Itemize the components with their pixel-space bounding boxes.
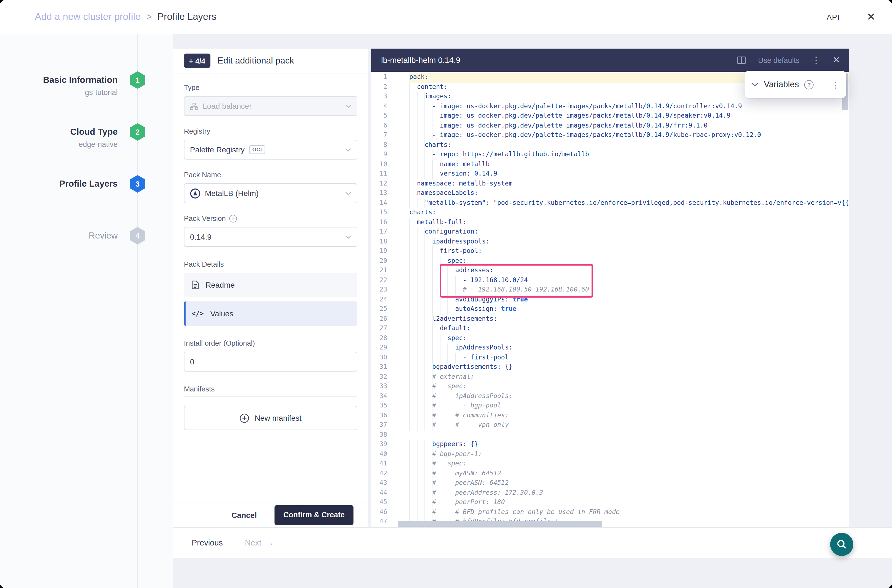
editor-body: 1234567891011121314151617181920212223242… <box>371 72 849 527</box>
code-line[interactable]: # # BFD profiles can only be used in FRR… <box>409 508 849 518</box>
api-link[interactable]: API <box>827 12 839 21</box>
code-line[interactable]: l2advertisements: <box>409 314 849 324</box>
app-window: Add a new cluster profile > Profile Laye… <box>0 0 892 588</box>
previous-button[interactable]: Previous <box>188 538 226 548</box>
metallb-icon <box>190 188 200 198</box>
code-line[interactable]: charts: <box>409 208 849 218</box>
code-line[interactable]: - image: us-docker.pkg.dev/palette-image… <box>409 111 849 121</box>
code-line[interactable]: # myASN: 64512 <box>409 469 849 478</box>
kebab-menu-icon[interactable]: ⋮ <box>831 80 839 88</box>
help-search-button[interactable] <box>830 533 853 556</box>
pack-name-select[interactable]: MetalLB (Helm) <box>184 183 357 203</box>
confirm-create-button[interactable]: Confirm & Create <box>275 505 353 525</box>
code-line[interactable]: # spec: <box>409 382 849 392</box>
line-number: 42 <box>371 469 409 478</box>
code-line[interactable]: configuration: <box>409 228 849 237</box>
registry-value: Palette Registry <box>190 145 245 154</box>
code-line[interactable]: # ipAddressPools: <box>409 392 849 401</box>
chevron-down-icon[interactable] <box>751 82 758 87</box>
code-line[interactable]: addresses: <box>409 266 849 276</box>
next-label: Next <box>245 538 261 547</box>
line-number: 3 <box>371 92 409 102</box>
step-badge-2: 2 <box>129 123 146 141</box>
line-number: 23 <box>371 285 409 295</box>
pack-panel-header: + 4/4 Edit additional pack <box>173 49 368 74</box>
line-number: 21 <box>371 266 409 276</box>
info-icon[interactable]: i <box>229 214 237 222</box>
new-manifest-button[interactable]: New manifest <box>184 406 357 430</box>
registry-select[interactable]: Palette Registry OCI <box>184 140 357 159</box>
code-line[interactable]: # peerPort: 180 <box>409 498 849 508</box>
breadcrumb-separator: > <box>146 11 152 22</box>
breadcrumb-parent-link[interactable]: Add a new cluster profile <box>35 11 141 22</box>
code-line[interactable]: default: <box>409 324 849 334</box>
cancel-button[interactable]: Cancel <box>228 510 260 520</box>
editor-title: lb-metallb-helm 0.14.9 <box>381 56 460 64</box>
code-line[interactable]: spec: <box>409 256 849 266</box>
type-select[interactable]: Load balancer <box>184 96 357 116</box>
step-title: Cloud Type <box>70 126 118 138</box>
code-line[interactable]: # bgp-peer-1: <box>409 450 849 459</box>
pack-version-select[interactable]: 0.14.9 <box>184 227 357 247</box>
code-line[interactable]: - 192.168.10.0/24 <box>409 276 849 285</box>
code-line[interactable]: first-pool: <box>409 247 849 256</box>
stepper-line <box>137 34 138 588</box>
code-line[interactable]: autoAssign: true <box>409 305 849 314</box>
code-line[interactable] <box>409 430 849 440</box>
code-line[interactable]: bgpadvertisements: {} <box>409 363 849 372</box>
chevron-down-icon <box>345 191 351 195</box>
line-number: 27 <box>371 324 409 334</box>
line-number: 8 <box>371 141 409 150</box>
line-number: 4 <box>371 102 409 111</box>
code-line[interactable]: # peerAddress: 172.30.0.3 <box>409 488 849 498</box>
kebab-menu-icon[interactable]: ⋮ <box>812 56 820 64</box>
code-line[interactable]: ipaddresspools: <box>409 237 849 247</box>
horizontal-scrollbar[interactable] <box>398 521 602 527</box>
install-order-input[interactable] <box>184 352 357 372</box>
chevron-down-icon <box>345 104 351 108</box>
readme-icon <box>192 280 199 289</box>
values-tab[interactable]: </> Values <box>184 302 357 326</box>
code-line[interactable]: - first-pool <box>409 353 849 363</box>
line-number: 7 <box>371 131 409 141</box>
code-line[interactable]: - image: us-docker.pkg.dev/palette-image… <box>409 131 849 141</box>
code-line[interactable]: # external: <box>409 372 849 382</box>
type-value: Load balancer <box>203 102 252 110</box>
line-number: 17 <box>371 228 409 237</box>
code-line[interactable]: # spec: <box>409 459 849 469</box>
line-number: 22 <box>371 276 409 285</box>
help-question-icon[interactable]: ? <box>805 80 814 89</box>
line-number: 13 <box>371 189 409 198</box>
close-icon[interactable]: ✕ <box>866 12 875 22</box>
step-badge-1: 1 <box>129 71 146 89</box>
code-line[interactable]: namespaceLabels: <box>409 189 849 198</box>
code-line[interactable]: ipAddressPools: <box>409 344 849 353</box>
code-line[interactable]: # - bgp-pool <box>409 401 849 411</box>
code-line[interactable]: avoidBuggyIPs: true <box>409 295 849 305</box>
code-line[interactable]: name: metallb <box>409 160 849 170</box>
code-line[interactable]: charts: <box>409 141 849 150</box>
use-defaults-button[interactable]: Use defaults <box>758 56 799 64</box>
code-line[interactable]: spec: <box>409 334 849 344</box>
code-line[interactable]: # - 192.168.100.50-192.168.100.60 <box>409 285 849 295</box>
editor-close-icon[interactable]: ✕ <box>833 56 840 64</box>
search-icon <box>836 539 847 550</box>
code-line[interactable]: - image: us-docker.pkg.dev/palette-image… <box>409 121 849 131</box>
code-line[interactable]: - image: us-docker.pkg.dev/palette-image… <box>409 102 849 111</box>
code-line[interactable]: # # - vpn-only <box>409 421 849 430</box>
readme-tab[interactable]: Readme <box>184 273 357 297</box>
code-line[interactable]: # # communities: <box>409 411 849 421</box>
variables-label: Variables <box>764 80 799 90</box>
step-title: Basic Information <box>43 75 118 86</box>
line-number: 6 <box>371 121 409 131</box>
pack-details-label: Pack Details <box>184 260 357 268</box>
code-line[interactable]: version: 0.14.9 <box>409 170 849 179</box>
code-line[interactable]: namespace: metallb-system <box>409 179 849 189</box>
code-line[interactable]: "metallb-system": "pod-security.kubernet… <box>409 198 849 208</box>
code-line[interactable]: metallb-full: <box>409 218 849 228</box>
code-line[interactable]: # peerASN: 64512 <box>409 478 849 488</box>
code-line[interactable]: - repo: https://metallb.github.io/metall… <box>409 150 849 160</box>
split-view-icon[interactable] <box>737 56 746 64</box>
code-line[interactable]: bgppeers: {} <box>409 440 849 450</box>
next-button[interactable]: Next → <box>242 538 277 548</box>
